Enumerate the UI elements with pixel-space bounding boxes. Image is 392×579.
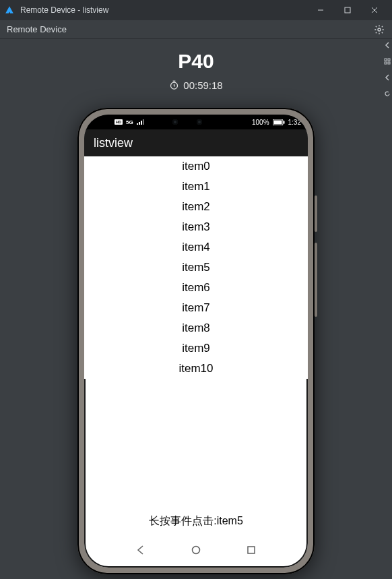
battery-percent: 100% xyxy=(252,119,269,126)
nav-recent-button[interactable] xyxy=(244,543,259,557)
toast-text: 长按事件点击:item5 xyxy=(149,515,243,526)
nav-back-button[interactable] xyxy=(133,543,148,557)
nav-home-button[interactable] xyxy=(189,543,203,557)
listview[interactable]: item0 item1 item2 item3 item4 item5 item… xyxy=(84,156,308,379)
sub-toolbar-title: Remote Device xyxy=(7,24,67,34)
app-title-bar: listview xyxy=(84,129,308,156)
phone-notch xyxy=(143,115,231,129)
status-time: 1:32 xyxy=(288,119,301,126)
list-item[interactable]: item10 xyxy=(84,359,308,379)
close-button[interactable] xyxy=(361,0,388,20)
back-arrow-icon[interactable] xyxy=(384,74,391,82)
svg-rect-3 xyxy=(385,59,387,61)
device-header: P40 00:59:18 xyxy=(0,39,392,91)
list-item[interactable]: item8 xyxy=(84,318,308,338)
app-logo-icon xyxy=(4,5,15,16)
refresh-icon[interactable] xyxy=(384,90,391,98)
list-item[interactable]: item9 xyxy=(84,338,308,359)
svg-rect-0 xyxy=(345,7,350,13)
list-item[interactable]: item3 xyxy=(84,217,308,237)
list-item-label: item6 xyxy=(182,281,210,295)
svg-point-17 xyxy=(193,547,200,554)
list-item[interactable]: item2 xyxy=(84,197,308,217)
list-item-label: item8 xyxy=(182,322,210,335)
clock-icon xyxy=(169,80,179,90)
network-5g-icon: 5G xyxy=(126,119,133,125)
phone-screen[interactable]: HD 5G 100% xyxy=(84,115,308,568)
list-item-label: item9 xyxy=(182,342,210,355)
session-timer: 00:59:18 xyxy=(0,80,392,91)
svg-rect-4 xyxy=(388,59,390,61)
list-item-label: item3 xyxy=(182,220,210,234)
list-item[interactable]: item4 xyxy=(84,237,308,257)
list-item[interactable]: item1 xyxy=(84,177,308,197)
svg-rect-11 xyxy=(141,121,142,125)
maximize-button[interactable] xyxy=(334,0,361,20)
list-item-label: item1 xyxy=(182,180,210,193)
android-navbar xyxy=(84,539,308,561)
toast-message: 长按事件点击:item5 xyxy=(149,514,243,528)
hd-icon: HD xyxy=(115,119,123,126)
svg-rect-9 xyxy=(137,123,138,125)
list-item[interactable]: item0 xyxy=(84,156,308,177)
front-camera-icon xyxy=(172,119,178,125)
window-titlebar: Remote Device - listview xyxy=(0,0,392,20)
svg-point-1 xyxy=(378,28,381,31)
side-tool-strip xyxy=(383,42,392,98)
svg-rect-18 xyxy=(248,547,255,553)
session-timer-value: 00:59:18 xyxy=(183,80,222,91)
settings-button[interactable] xyxy=(373,24,385,36)
list-item-label: item7 xyxy=(182,301,210,315)
list-item[interactable]: item5 xyxy=(84,257,308,278)
sub-toolbar: Remote Device xyxy=(0,20,392,39)
svg-rect-5 xyxy=(385,62,387,64)
minimize-button[interactable] xyxy=(307,0,334,20)
list-item-label: item0 xyxy=(182,160,210,173)
signal-icon xyxy=(137,119,143,126)
svg-text:HD: HD xyxy=(116,120,122,124)
app-title: listview xyxy=(94,136,133,150)
front-sensor-icon xyxy=(197,119,202,125)
svg-rect-15 xyxy=(273,120,282,124)
svg-rect-12 xyxy=(143,119,143,125)
list-item-label: item4 xyxy=(182,241,210,254)
list-item-label: item10 xyxy=(178,362,213,375)
battery-icon xyxy=(273,119,285,125)
svg-rect-6 xyxy=(388,62,390,64)
list-item[interactable]: item7 xyxy=(84,298,308,318)
window-title: Remote Device - listview xyxy=(20,5,108,15)
device-name: P40 xyxy=(0,51,392,71)
svg-rect-16 xyxy=(283,121,284,123)
grid-icon[interactable] xyxy=(384,58,391,66)
expand-icon[interactable] xyxy=(384,42,391,50)
list-item-label: item2 xyxy=(182,200,210,214)
list-item[interactable]: item6 xyxy=(84,278,308,298)
svg-rect-10 xyxy=(139,122,140,125)
list-item-label: item5 xyxy=(182,261,210,274)
phone-frame: HD 5G 100% xyxy=(77,108,315,574)
